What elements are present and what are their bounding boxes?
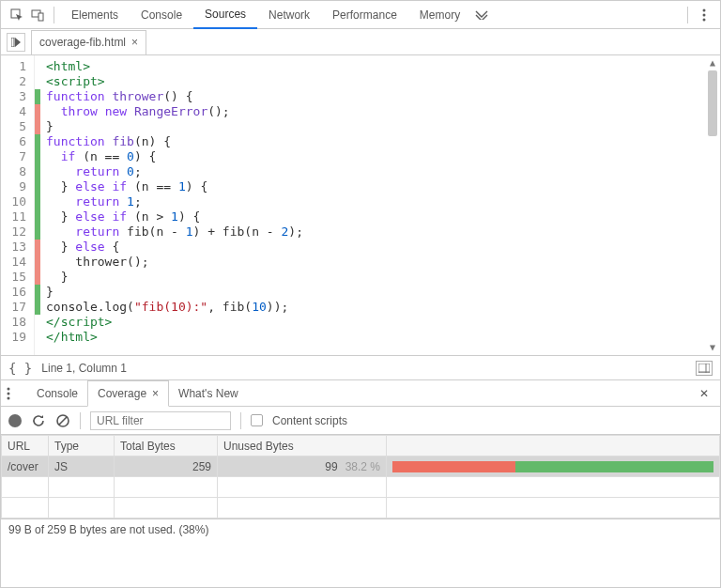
svg-point-12: [8, 396, 10, 399]
cell-unused: 9938.2 %: [218, 456, 387, 477]
tab-memory[interactable]: Memory: [408, 1, 471, 29]
svg-point-3: [703, 8, 706, 11]
coverage-table: URLTypeTotal BytesUnused Bytes /cover JS…: [1, 435, 720, 518]
separator: [240, 412, 241, 429]
svg-line-14: [59, 416, 67, 424]
svg-point-10: [8, 387, 10, 390]
pretty-print-icon[interactable]: { }: [8, 361, 32, 376]
usage-bar: [392, 461, 713, 472]
content-scripts-checkbox[interactable]: [251, 414, 263, 426]
tab-sources[interactable]: Sources: [193, 1, 257, 29]
separator: [687, 7, 688, 23]
editor-status-bar: { } Line 1, Column 1: [1, 356, 720, 380]
line-gutter: 12345678910111213141516171819: [1, 55, 35, 355]
file-tab-label: coverage-fib.html: [39, 36, 126, 49]
close-icon[interactable]: ×: [131, 36, 138, 49]
clear-icon[interactable]: [55, 413, 70, 428]
col-unused-bytes[interactable]: Unused Bytes: [218, 436, 387, 456]
scroll-down-icon[interactable]: ▼: [707, 342, 718, 353]
svg-point-11: [8, 392, 10, 395]
table-row[interactable]: /cover JS 259 9938.2 %: [2, 456, 720, 477]
separator: [54, 7, 54, 23]
device-icon[interactable]: [27, 5, 48, 25]
drawer-close-icon[interactable]: ✕: [694, 387, 714, 400]
col-total-bytes[interactable]: Total Bytes: [115, 436, 218, 456]
table-row[interactable]: [2, 477, 720, 498]
scroll-thumb[interactable]: [708, 70, 717, 136]
svg-point-5: [703, 18, 706, 21]
cell-url: /cover: [2, 456, 49, 477]
more-tabs-icon[interactable]: [471, 5, 492, 25]
scroll-up-icon[interactable]: ▲: [707, 57, 718, 69]
panel-tabs: ElementsConsoleSourcesNetworkPerformance…: [60, 1, 471, 29]
tab-console[interactable]: Console: [130, 1, 193, 29]
svg-point-4: [703, 13, 706, 16]
content-scripts-label: Content scripts: [272, 414, 347, 427]
tab-network[interactable]: Network: [257, 1, 321, 29]
col-type[interactable]: Type: [49, 436, 115, 456]
drawer-tab-console[interactable]: Console: [27, 380, 87, 407]
drawer-menu-icon[interactable]: [7, 387, 27, 400]
file-nav-icon[interactable]: [7, 33, 25, 52]
url-filter-input[interactable]: [90, 411, 231, 430]
coverage-footer: 99 B of 259 B bytes are not used. (38%): [1, 518, 720, 540]
svg-rect-2: [38, 13, 43, 21]
table-header: URLTypeTotal BytesUnused Bytes: [2, 436, 720, 456]
tab-elements[interactable]: Elements: [60, 1, 130, 29]
kebab-menu-icon[interactable]: [694, 5, 714, 25]
drawer-tab-what-s-new[interactable]: What's New: [169, 380, 248, 407]
code-area[interactable]: <html><script>function thrower() { throw…: [40, 55, 720, 355]
main-toolbar: ElementsConsoleSourcesNetworkPerformance…: [1, 1, 720, 29]
close-icon[interactable]: ×: [152, 387, 159, 400]
inspect-icon[interactable]: [7, 5, 27, 25]
coverage-toolbar: Content scripts: [1, 407, 720, 435]
col-bar[interactable]: [387, 436, 720, 456]
drawer-tabs: ConsoleCoverage×What's New ✕: [1, 380, 720, 407]
cell-type: JS: [49, 456, 115, 477]
record-icon[interactable]: [8, 414, 22, 427]
file-tab-row: coverage-fib.html ×: [1, 29, 720, 55]
table-row[interactable]: [2, 498, 720, 518]
sidebar-toggle-icon[interactable]: [696, 361, 713, 376]
svg-rect-6: [11, 38, 14, 47]
reload-icon[interactable]: [31, 413, 46, 428]
separator: [80, 412, 81, 429]
scrollbar[interactable]: ▲ ▼: [707, 57, 718, 353]
tab-performance[interactable]: Performance: [321, 1, 408, 29]
col-url[interactable]: URL: [2, 436, 49, 456]
cell-total: 259: [115, 456, 218, 477]
cursor-position: Line 1, Column 1: [41, 362, 127, 375]
file-tab[interactable]: coverage-fib.html ×: [31, 30, 146, 54]
drawer-tab-coverage[interactable]: Coverage×: [87, 380, 169, 407]
cell-bar: [387, 456, 720, 477]
code-editor[interactable]: 12345678910111213141516171819 <html><scr…: [1, 55, 720, 356]
